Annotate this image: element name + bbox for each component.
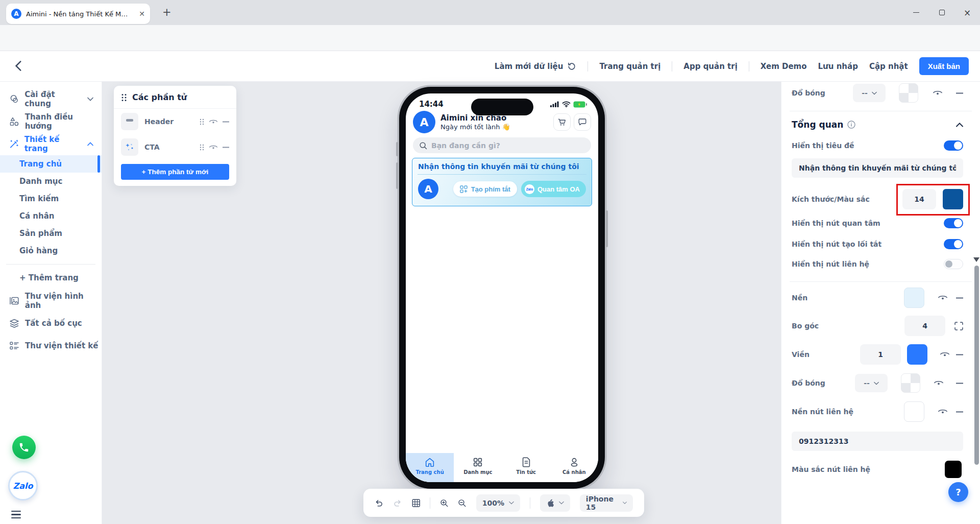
sidebar-item-image-library[interactable]: Thư viện hình ảnh xyxy=(0,290,102,312)
visibility-eye-icon[interactable] xyxy=(938,408,948,415)
help-button[interactable]: ? xyxy=(948,482,968,502)
redo-icon[interactable] xyxy=(393,498,402,508)
element-row-header[interactable]: Header xyxy=(121,109,229,134)
cta-block[interactable]: Nhận thông tin khuyến mãi từ chúng tôi A… xyxy=(412,158,592,206)
nav-tab-categories[interactable]: Danh mục xyxy=(454,453,502,482)
remove-minus-icon[interactable] xyxy=(956,297,963,299)
nav-tab-home[interactable]: Trang chủ xyxy=(406,453,454,482)
sidebar-page-cart[interactable]: Giỏ hàng xyxy=(0,242,102,259)
contact-bg-swatch[interactable] xyxy=(904,401,924,422)
phone-icon xyxy=(18,442,30,453)
browser-tab[interactable]: A Aimini - Nền tảng Thiết Kế Mini ✕ xyxy=(6,4,150,24)
remove-minus-icon[interactable] xyxy=(956,354,963,355)
grid-toggle-icon[interactable] xyxy=(412,498,420,508)
background-color-swatch[interactable] xyxy=(904,288,924,308)
visibility-eye-icon[interactable] xyxy=(933,89,943,97)
visibility-eye-icon[interactable] xyxy=(940,351,950,358)
zoom-level-dropdown[interactable]: 100% xyxy=(476,494,520,512)
add-element-button[interactable]: + Thêm phần tử mới xyxy=(121,164,229,180)
show-title-toggle[interactable] xyxy=(944,140,963,151)
border-color-swatch[interactable] xyxy=(907,344,927,365)
zoom-out-icon[interactable] xyxy=(458,498,466,508)
overview-section-header[interactable]: Tổng quan xyxy=(792,114,963,135)
radius-input[interactable] xyxy=(904,316,945,336)
show-shortcut-toggle[interactable] xyxy=(944,239,963,249)
show-contact-toggle[interactable] xyxy=(944,259,963,269)
nav-tab-news[interactable]: Tin tức xyxy=(502,453,550,482)
remove-minus-icon[interactable] xyxy=(956,383,963,384)
view-demo-link[interactable]: Xem Demo xyxy=(761,62,807,71)
sidebar-page-categories[interactable]: Danh mục xyxy=(0,173,102,190)
follow-oa-button[interactable]: Zalo Quan tâm OA xyxy=(521,181,586,197)
nav-tab-profile[interactable]: Cá nhân xyxy=(550,453,598,482)
phone-volume-up-button xyxy=(396,142,398,156)
app-search-bar[interactable]: Bạn đang cần gì? xyxy=(413,137,591,153)
device-dropdown[interactable]: iPhone 15 xyxy=(580,494,633,512)
drag-handle-icon[interactable] xyxy=(121,93,127,102)
remove-minus-icon[interactable] xyxy=(223,147,229,148)
visibility-eye-icon[interactable] xyxy=(934,379,944,387)
document-icon xyxy=(521,457,532,468)
create-shortcut-button[interactable]: Tạo phím tắt xyxy=(453,181,517,197)
cart-button[interactable] xyxy=(553,113,571,131)
title-color-swatch[interactable] xyxy=(943,189,963,209)
sidebar-page-products[interactable]: Sản phẩm xyxy=(0,225,102,242)
sidebar-page-profile[interactable]: Cá nhân xyxy=(0,207,102,225)
sidebar-page-search[interactable]: Tìm kiếm xyxy=(0,190,102,207)
tab-favicon: A xyxy=(11,9,21,19)
sidebar-item-navigation-bar[interactable]: Thanh điều hướng xyxy=(0,110,102,133)
admin-app-link[interactable]: App quản trị xyxy=(683,62,737,71)
update-link[interactable]: Cập nhật xyxy=(869,62,908,71)
admin-page-link[interactable]: Trang quản trị xyxy=(599,62,660,71)
chat-button[interactable] xyxy=(574,113,591,131)
collapse-sidebar-icon[interactable] xyxy=(13,59,24,73)
bottom-menu-icon[interactable] xyxy=(11,511,21,518)
zalo-floating-button[interactable]: Zalo xyxy=(8,471,38,501)
remove-minus-icon[interactable] xyxy=(223,121,229,123)
shadow-color-swatch[interactable] xyxy=(899,83,918,103)
expand-corners-icon[interactable] xyxy=(954,322,963,330)
shadow-select[interactable]: -- xyxy=(853,84,886,102)
radius-row: Bo góc xyxy=(792,316,963,336)
title-size-input[interactable] xyxy=(902,189,936,209)
remove-minus-icon[interactable] xyxy=(956,411,963,413)
scroll-down-arrow[interactable] xyxy=(973,257,979,262)
oa-avatar: A xyxy=(413,111,435,133)
sidebar-item-page-design[interactable]: Thiết kế trang xyxy=(0,133,102,155)
undo-icon[interactable] xyxy=(375,498,383,508)
visibility-eye-icon[interactable] xyxy=(209,144,218,151)
call-floating-button[interactable] xyxy=(12,436,36,459)
visibility-eye-icon[interactable] xyxy=(209,118,218,125)
shadow-color-swatch[interactable] xyxy=(901,373,920,393)
sidebar-item-design-library[interactable]: Thư viện thiết kế xyxy=(0,335,102,357)
zoom-in-icon[interactable] xyxy=(440,498,448,508)
os-dropdown[interactable] xyxy=(540,494,570,512)
visibility-eye-icon[interactable] xyxy=(938,294,948,301)
contact-phone-input[interactable] xyxy=(792,432,963,451)
new-tab-button[interactable]: + xyxy=(162,7,172,18)
inspector-scrollbar[interactable] xyxy=(974,82,979,524)
window-maximize-button[interactable] xyxy=(929,0,954,25)
sidebar-item-all-layouts[interactable]: Tất cả bố cục xyxy=(0,312,102,335)
scrollbar-thumb[interactable] xyxy=(974,266,979,465)
drag-dots-icon[interactable] xyxy=(200,118,204,125)
shadow-select[interactable]: -- xyxy=(855,374,888,392)
element-row-cta[interactable]: CTA xyxy=(121,134,229,160)
contact-color-swatch[interactable] xyxy=(945,461,962,478)
show-follow-toggle[interactable] xyxy=(944,218,963,228)
tab-close-icon[interactable]: ✕ xyxy=(139,10,145,18)
sidebar-item-general-settings[interactable]: Cài đặt chung xyxy=(0,88,102,110)
save-draft-link[interactable]: Lưu nháp xyxy=(818,62,858,71)
remove-minus-icon[interactable] xyxy=(956,92,963,94)
window-minimize-button[interactable] xyxy=(903,0,929,25)
publish-button[interactable]: Xuất bản xyxy=(919,57,969,75)
add-page-button[interactable]: + Thêm trang xyxy=(0,269,102,287)
sidebar-page-home[interactable]: Trang chủ xyxy=(0,155,102,173)
border-width-input[interactable] xyxy=(860,344,901,365)
chevron-up-icon[interactable] xyxy=(956,123,963,127)
drag-dots-icon[interactable] xyxy=(200,144,204,151)
title-text-input[interactable] xyxy=(792,158,963,178)
window-close-button[interactable]: × xyxy=(954,0,980,25)
contact-bg-row: Nền nút liên hệ xyxy=(792,401,963,422)
refresh-data-button[interactable]: Làm mới dữ liệu xyxy=(495,62,577,71)
